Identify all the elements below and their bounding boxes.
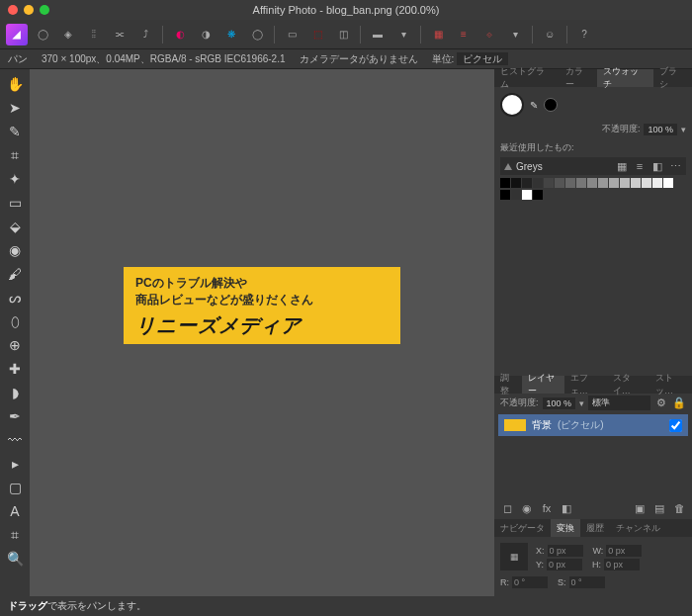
selection-brush-tool-icon[interactable]: ✦ bbox=[4, 168, 26, 190]
crop-rotate-icon[interactable]: ▬ bbox=[367, 24, 389, 45]
layer-item[interactable]: 背景 (ピクセル) bbox=[498, 414, 688, 436]
pen-tool-icon[interactable]: ✒ bbox=[4, 405, 26, 427]
swatch-item[interactable] bbox=[663, 178, 673, 188]
y-input[interactable] bbox=[547, 559, 582, 571]
tab-color[interactable]: カラー bbox=[560, 69, 598, 87]
zoom-tool-icon[interactable]: 🔍 bbox=[4, 548, 26, 570]
swatch-item[interactable] bbox=[642, 178, 651, 188]
mask-icon[interactable]: ◻ bbox=[500, 501, 514, 515]
tab-adjustments[interactable]: 調整 bbox=[494, 376, 522, 394]
maximize-window-button[interactable] bbox=[40, 5, 49, 15]
swatch-list-icon[interactable]: ≡ bbox=[633, 159, 647, 173]
persona-liquify-icon[interactable]: ◈ bbox=[57, 24, 79, 45]
swatch-menu-icon[interactable]: ⋯ bbox=[668, 159, 682, 173]
eyedropper-icon[interactable]: ✎ bbox=[530, 100, 538, 111]
tab-histogram[interactable]: ヒストグラム bbox=[494, 69, 560, 87]
layer-lock-icon[interactable]: 🔒 bbox=[672, 396, 686, 410]
adjust-bw-icon[interactable]: ◑ bbox=[195, 24, 216, 45]
arrange-dropdown-icon[interactable]: ▾ bbox=[504, 24, 526, 45]
x-input[interactable] bbox=[548, 545, 583, 557]
erase-tool-icon[interactable]: ⬯ bbox=[4, 310, 26, 332]
tab-history[interactable]: 履歴 bbox=[580, 519, 610, 537]
gradient-tool-icon[interactable]: ◉ bbox=[4, 239, 26, 261]
persona-tone-icon[interactable]: ⫘ bbox=[109, 24, 130, 45]
brush-tool-icon[interactable]: 🖌 bbox=[4, 263, 26, 285]
swatch-item[interactable] bbox=[598, 178, 608, 188]
selection-marquee-icon[interactable]: ▭ bbox=[281, 24, 303, 45]
fx-icon[interactable]: fx bbox=[540, 501, 554, 515]
recent-swatch-item[interactable] bbox=[522, 190, 532, 200]
close-window-button[interactable] bbox=[8, 5, 18, 15]
shape-tool-icon[interactable]: ▢ bbox=[4, 477, 26, 498]
swatch-item[interactable] bbox=[533, 178, 543, 188]
swatch-grid-icon[interactable]: ▦ bbox=[615, 159, 629, 173]
swatch-item[interactable] bbox=[631, 178, 641, 188]
swatch-item[interactable] bbox=[555, 178, 564, 188]
swatch-item[interactable] bbox=[587, 178, 597, 188]
swatch-item[interactable] bbox=[544, 178, 554, 188]
swatch-item[interactable] bbox=[565, 178, 575, 188]
color-picker-tool-icon[interactable]: ✎ bbox=[4, 121, 26, 142]
selection-refine-icon[interactable]: ⬚ bbox=[306, 24, 328, 45]
layer-cog-icon[interactable]: ⚙ bbox=[654, 396, 668, 410]
clone-tool-icon[interactable]: ⊕ bbox=[4, 334, 26, 356]
tab-channels[interactable]: チャンネル bbox=[610, 519, 666, 537]
tab-swatches[interactable]: スウォッチ bbox=[597, 69, 653, 87]
tab-navigator[interactable]: ナビゲータ bbox=[494, 519, 551, 537]
r-input[interactable] bbox=[512, 576, 548, 588]
text-tool-icon[interactable]: A bbox=[4, 500, 26, 522]
persona-photo-icon[interactable]: ◯ bbox=[32, 24, 53, 45]
layer-opacity-dropdown-icon[interactable]: ▾ bbox=[579, 398, 584, 408]
background-color-swatch[interactable] bbox=[544, 98, 558, 112]
assistant-icon[interactable]: ☺ bbox=[539, 24, 561, 45]
swatch-item[interactable] bbox=[620, 178, 630, 188]
blend-icon[interactable]: ◧ bbox=[560, 501, 573, 515]
opacity-dropdown-icon[interactable]: ▾ bbox=[681, 125, 686, 134]
delete-layer-icon[interactable]: 🗑 bbox=[672, 501, 686, 515]
arrange-snap-icon[interactable]: ⟐ bbox=[478, 24, 500, 45]
arrange-grid-icon[interactable]: ▦ bbox=[427, 24, 449, 45]
adjust-soft-icon[interactable]: ◯ bbox=[246, 24, 268, 45]
swatch-item[interactable] bbox=[652, 178, 662, 188]
adjust-levels-icon[interactable]: ◐ bbox=[169, 24, 191, 45]
h-input[interactable] bbox=[604, 559, 640, 571]
s-input[interactable] bbox=[569, 576, 605, 588]
unit-value[interactable]: ピクセル bbox=[457, 52, 508, 65]
recent-swatch-item[interactable] bbox=[533, 190, 543, 200]
tab-brushes[interactable]: ブラシ bbox=[653, 69, 692, 87]
healing-tool-icon[interactable]: ✚ bbox=[4, 358, 26, 380]
swatch-add-icon[interactable]: ◧ bbox=[650, 159, 664, 173]
add-layer-icon[interactable]: ▤ bbox=[652, 501, 666, 515]
mesh-tool-icon[interactable]: ⌗ bbox=[4, 524, 26, 546]
dodge-tool-icon[interactable]: ◗ bbox=[4, 382, 26, 403]
crop-dropdown-icon[interactable]: ▾ bbox=[392, 24, 414, 45]
foreground-color-swatch[interactable] bbox=[500, 93, 524, 117]
tab-stock[interactable]: ストッ… bbox=[649, 376, 692, 394]
canvas-viewport[interactable]: PCのトラブル解決や 商品レビューなどが盛りだくさん リニーズメディア bbox=[30, 69, 494, 596]
persona-develop-icon[interactable]: ⦙⦙ bbox=[83, 24, 105, 45]
move-tool-icon[interactable]: ➤ bbox=[4, 97, 26, 119]
group-icon[interactable]: ▣ bbox=[633, 501, 647, 515]
w-input[interactable] bbox=[606, 545, 642, 557]
palette-name[interactable]: Greys bbox=[516, 161, 611, 172]
flood-tool-icon[interactable]: ⬙ bbox=[4, 216, 26, 237]
palette-disclosure-icon[interactable] bbox=[504, 163, 512, 170]
hand-tool-icon[interactable]: ✋ bbox=[4, 73, 26, 95]
swatch-item[interactable] bbox=[609, 178, 619, 188]
crop-tool-icon[interactable]: ⌗ bbox=[4, 144, 26, 166]
blend-mode-select[interactable]: 標準 bbox=[588, 396, 650, 410]
recent-swatch-item[interactable] bbox=[511, 190, 521, 200]
smudge-tool-icon[interactable]: 〰 bbox=[4, 429, 26, 451]
swatch-item[interactable] bbox=[522, 178, 532, 188]
opacity-value[interactable]: 100 % bbox=[644, 124, 677, 135]
tab-effects[interactable]: エフェ… bbox=[564, 376, 607, 394]
adjust-hue-icon[interactable]: ❋ bbox=[220, 24, 242, 45]
minimize-window-button[interactable] bbox=[24, 5, 34, 15]
adjustment-icon[interactable]: ◉ bbox=[520, 501, 534, 515]
marquee-tool-icon[interactable]: ▭ bbox=[4, 192, 26, 214]
mixer-brush-tool-icon[interactable]: ᔕ bbox=[4, 287, 26, 308]
help-icon[interactable]: ? bbox=[573, 24, 595, 45]
layer-visibility-checkbox[interactable] bbox=[669, 419, 682, 432]
swatch-item[interactable] bbox=[511, 178, 521, 188]
anchor-grid[interactable]: ▦ bbox=[500, 543, 528, 571]
